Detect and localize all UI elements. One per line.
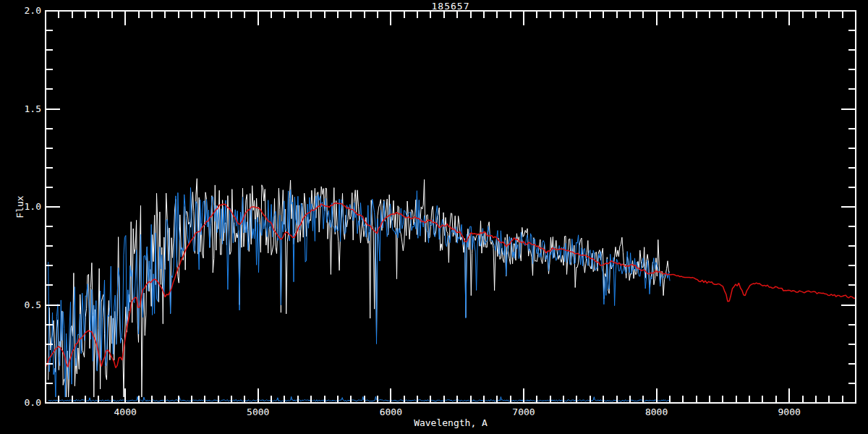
y-tick-label: 2.0 — [25, 5, 41, 16]
x-tick-label: 7000 — [512, 407, 535, 417]
spectrum-plot: 4000500060007000800090000.00.51.01.52.0 — [0, 0, 868, 434]
x-tick-label: 9000 — [778, 407, 801, 417]
y-tick-label: 0.0 — [25, 397, 41, 408]
y-tick-label: 1.0 — [25, 201, 41, 212]
y-tick-label: 0.5 — [25, 299, 41, 310]
plot-window: 185657 Flux Wavelength, A 40005000600070… — [0, 0, 868, 434]
x-tick-label: 6000 — [380, 407, 402, 417]
y-tick-label: 1.5 — [25, 103, 41, 114]
x-tick-label: 4000 — [114, 407, 137, 417]
series-template-spectrum — [46, 203, 855, 368]
x-tick-label: 5000 — [247, 407, 269, 417]
x-tick-label: 8000 — [645, 407, 668, 417]
